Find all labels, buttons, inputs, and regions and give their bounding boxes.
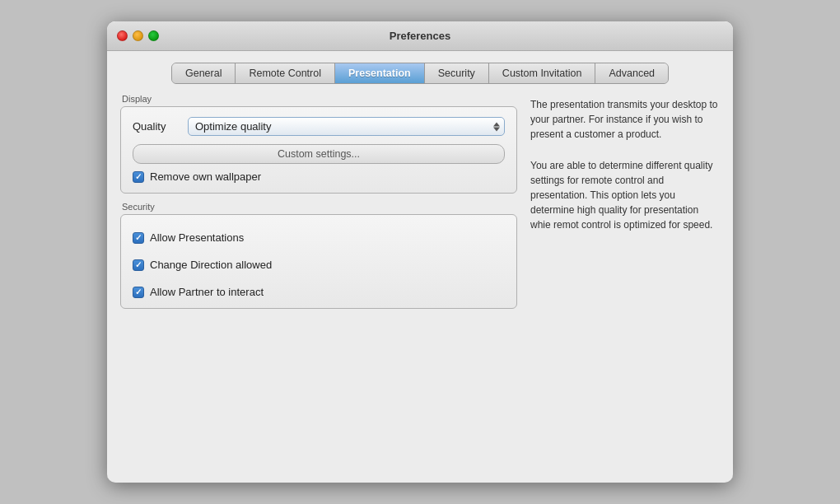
- remove-wallpaper-row: Remove own wallpaper: [133, 170, 505, 183]
- right-panel: The presentation transmits your desktop …: [530, 94, 720, 469]
- security-label: Security: [122, 202, 517, 212]
- remove-wallpaper-checkbox[interactable]: [133, 171, 144, 183]
- quality-label: Quality: [133, 120, 178, 133]
- allow-presentations-row: Allow Presentations: [133, 231, 505, 244]
- maximize-button[interactable]: [148, 30, 159, 41]
- quality-select-wrapper: Optimize quality Optimize speed Custom: [188, 117, 505, 136]
- close-button[interactable]: [117, 30, 128, 41]
- tab-custom-invitation[interactable]: Custom Invitation: [489, 63, 596, 83]
- tab-remote-control[interactable]: Remote Control: [236, 63, 335, 83]
- security-group: Allow Presentations Change Direction all…: [120, 214, 517, 309]
- remove-wallpaper-label: Remove own wallpaper: [150, 170, 261, 183]
- security-section: Security Allow Presentations Change Dire…: [120, 202, 517, 309]
- allow-partner-label: Allow Partner to interact: [150, 286, 264, 298]
- custom-settings-button[interactable]: Custom settings...: [133, 144, 505, 164]
- allow-partner-checkbox[interactable]: [133, 287, 144, 298]
- display-section: Display Quality Optimize quality Optimiz…: [120, 94, 517, 194]
- tab-general[interactable]: General: [172, 63, 236, 83]
- left-panel: Display Quality Optimize quality Optimiz…: [120, 94, 517, 469]
- allow-presentations-label: Allow Presentations: [150, 231, 244, 244]
- content-area: General Remote Control Presentation Secu…: [107, 51, 733, 483]
- change-direction-row: Change Direction allowed: [133, 259, 505, 271]
- main-area: Display Quality Optimize quality Optimiz…: [120, 94, 720, 469]
- tab-bar: General Remote Control Presentation Secu…: [171, 63, 669, 84]
- allow-presentations-checkbox[interactable]: [133, 232, 144, 244]
- change-direction-label: Change Direction allowed: [150, 259, 272, 271]
- tab-security[interactable]: Security: [425, 63, 489, 83]
- quality-select[interactable]: Optimize quality Optimize speed Custom: [188, 117, 505, 136]
- quality-row: Quality Optimize quality Optimize speed …: [133, 117, 505, 136]
- change-direction-checkbox[interactable]: [133, 259, 144, 271]
- display-label: Display: [122, 94, 517, 104]
- minimize-button[interactable]: [133, 30, 143, 41]
- tab-advanced[interactable]: Advanced: [595, 63, 668, 83]
- traffic-lights: [117, 30, 159, 41]
- display-group: Quality Optimize quality Optimize speed …: [120, 106, 517, 194]
- window-title: Preferences: [390, 30, 450, 42]
- description-1: The presentation transmits your desktop …: [530, 97, 720, 142]
- tab-presentation[interactable]: Presentation: [335, 63, 425, 83]
- description-2: You are able to determine different qual…: [530, 158, 720, 232]
- allow-partner-row: Allow Partner to interact: [133, 286, 505, 298]
- preferences-window: Preferences General Remote Control Prese…: [107, 21, 733, 483]
- titlebar: Preferences: [107, 21, 733, 51]
